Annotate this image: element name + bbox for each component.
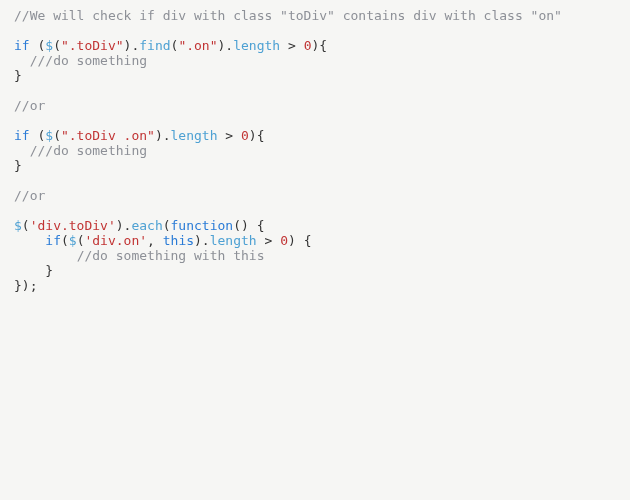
code-token: if — [14, 38, 30, 53]
code-token: //We will check if div with class "toDiv… — [14, 8, 562, 23]
code-token: length — [233, 38, 280, 53]
code-token: 'div.on' — [84, 233, 147, 248]
code-token: ){ — [249, 128, 265, 143]
code-token: ( — [163, 218, 171, 233]
code-token: $ — [45, 128, 53, 143]
code-token: ( — [22, 218, 30, 233]
code-token: $ — [14, 218, 22, 233]
code-token: each — [131, 218, 162, 233]
code-token: find — [139, 38, 170, 53]
code-token: function — [171, 218, 234, 233]
code-token: ".toDiv" — [61, 38, 124, 53]
code-token: > — [257, 233, 280, 248]
code-token: } — [14, 68, 22, 83]
code-token: > — [218, 128, 241, 143]
code-token: ){ — [311, 38, 327, 53]
code-token: 0 — [280, 233, 288, 248]
code-token: 0 — [241, 128, 249, 143]
code-token: length — [210, 233, 257, 248]
code-token: ///do something — [30, 53, 147, 68]
code-token: 'div.toDiv' — [30, 218, 116, 233]
code-token: } — [14, 263, 53, 278]
code-token: ). — [116, 218, 132, 233]
code-token: , — [147, 233, 163, 248]
code-token: //do something with this — [77, 248, 265, 263]
code-token: $ — [45, 38, 53, 53]
code-token: ( — [30, 38, 46, 53]
code-token: }); — [14, 278, 37, 293]
code-token: ".on" — [178, 38, 217, 53]
code-token: if — [45, 233, 61, 248]
code-token: > — [280, 38, 303, 53]
code-token: ( — [53, 38, 61, 53]
code-token: //or — [14, 98, 45, 113]
code-token: ///do something — [30, 143, 147, 158]
code-token: ). — [124, 38, 140, 53]
code-token: ) { — [288, 233, 311, 248]
code-token: ( — [61, 233, 69, 248]
code-token: this — [163, 233, 194, 248]
code-token: //or — [14, 188, 45, 203]
code-token: ".toDiv .on" — [61, 128, 155, 143]
code-token: if — [14, 128, 30, 143]
code-token: ). — [194, 233, 210, 248]
code-token: () { — [233, 218, 264, 233]
code-token: $ — [69, 233, 77, 248]
code-token: ). — [218, 38, 234, 53]
code-token: ). — [155, 128, 171, 143]
code-token: ( — [30, 128, 46, 143]
code-token: length — [171, 128, 218, 143]
code-token: } — [14, 158, 22, 173]
code-token: ( — [53, 128, 61, 143]
code-snippet: //We will check if div with class "toDiv… — [0, 0, 630, 301]
